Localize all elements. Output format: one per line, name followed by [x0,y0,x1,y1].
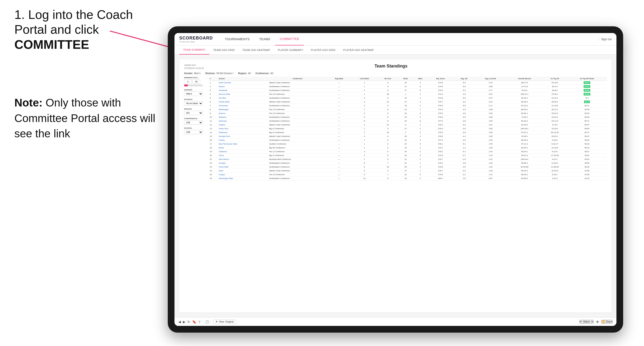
cell-avg-low: 1.85 [474,127,507,131]
cell-school[interactable]: Georgia [218,161,269,165]
sidebar-conference-select[interactable]: (All) [184,120,203,125]
cell-school[interactable]: Arkansas [218,119,269,123]
nav-tournaments[interactable]: TOURNAMENTS [220,33,254,45]
table-body: 1 North Carolina Atlantic Coast Conferen… [209,81,607,180]
min-rounds-slider[interactable] [184,84,203,86]
toolbar-share-small-btn[interactable]: ⇧ [198,320,201,324]
cell-wins: 1 [413,123,428,127]
cell-conf-rank: 4 [351,123,378,127]
cell-school[interactable]: East Tennessee State [218,142,269,146]
cell-no-tour: 7 [378,173,398,176]
toolbar-expand-btn[interactable]: ✥ [596,320,599,324]
cell-wins: 4 [413,138,428,142]
cell-vs-top25: 8-14-0 [542,150,567,154]
cell-wins: 1 [413,146,428,150]
cell-vs-top50: 42.98 [567,169,607,173]
nav-committee[interactable]: COMMITTEE [275,33,304,45]
cell-school[interactable]: California [218,150,269,154]
cell-conference: Big 12 Conference [268,131,327,135]
cell-rank: 13 [209,127,218,131]
cell-rank: 19 [209,150,218,154]
cell-school[interactable]: Illinois [218,146,269,150]
sidebar-school-select[interactable]: (All) [184,130,203,134]
subnav-player-summary[interactable]: PLAYER SUMMARY [274,45,307,55]
cell-school[interactable]: Washington [218,108,269,112]
cell-school[interactable]: Auburn [218,85,269,89]
subnav-player-h2h-heatmap[interactable]: PLAYER H2H HEATMAP [340,45,378,55]
cell-school[interactable]: Arizona State [218,92,269,96]
cell-vs-top25: 4-21-0 [542,176,567,180]
table-row: 11 Arkansas Southeastern Conference — 6 … [209,119,607,123]
cell-school[interactable]: North Carolina [218,81,269,85]
cell-vs-top25: 12-15-0 [542,146,567,150]
table-row: 2 Auburn Southeastern Conference — 1 9 2… [209,85,607,89]
cell-school[interactable]: Arizona [218,112,269,115]
cell-school[interactable]: New Mexico [218,158,269,161]
cell-conference: Pac-12 Conference [268,150,327,154]
cell-overall: 59-41-4 [507,154,542,158]
filter-division: Division: NCAA Division I [206,72,234,75]
cell-school[interactable]: Oregon [218,173,269,176]
cell-vs-top25: 17-9-0 [542,123,567,127]
toolbar-forward-btn[interactable]: ▶ [183,320,186,324]
update-time-block: Update time: 27/03/2024 16:56:26 [184,64,204,70]
subnav-team-summary[interactable]: TEAM SUMMARY [179,45,209,55]
toolbar-bookmark-btn[interactable]: 🔖 [192,320,196,324]
subnav-team-h2h-heatmap[interactable]: TEAM H2H HEATMAP [238,45,274,55]
cell-avg-low: 1.30 [474,165,507,169]
view-original-button[interactable]: 👁 View: Original [213,320,236,324]
toolbar-refresh-btn[interactable]: ↻ [188,320,190,324]
cell-school[interactable]: Duke [218,169,269,173]
cell-vs-top25: 38-6-0 [542,89,567,92]
table-row: 22 Georgia Southeastern Conference — 8 7… [209,161,607,165]
cell-conference: Southeastern Conference [268,138,327,142]
share-button[interactable]: 🔁 Share [601,320,612,324]
cell-no-tour: 8 [378,108,398,112]
cell-school[interactable]: Ole Miss [218,96,269,100]
cell-conf-rank: 3 [351,112,378,115]
sign-out-button[interactable]: Sign out [598,37,612,41]
cell-school[interactable]: Georgia Tech [218,135,269,138]
cell-vs-top50: 55.02 [567,138,607,142]
cell-school[interactable]: Virginia [218,123,269,127]
cell-school[interactable]: Florida [218,138,269,142]
cell-overall: 76-26-1 [507,135,542,138]
cell-rnds: 27 [398,127,413,131]
cell-rank: 10 [209,115,218,119]
cell-school[interactable]: Texas A&M [218,165,269,169]
cell-overall: 86-26-1 [507,112,542,115]
cell-no-tour: 8 [378,135,398,138]
cell-school[interactable]: Vanderbilt [218,89,269,92]
th-conf-rank: Conf Rank [351,77,378,81]
cell-school[interactable]: Tennessee [218,104,269,108]
cell-overall: 91-6-0 [507,89,542,92]
cell-school[interactable]: Oklahoma [218,131,269,135]
watch-button[interactable]: 👁 Watch ▼ [579,320,594,324]
cell-rnds: 26 [398,154,413,158]
cell-no-tour: 9 [378,158,398,161]
sidebar-region-select[interactable]: N/A [184,111,203,115]
cell-reg-rank: — [327,173,351,176]
toolbar-back-btn[interactable]: ◀ [178,320,181,324]
cell-rnds: 18 [398,104,413,108]
cell-school[interactable]: Florida State [218,100,269,104]
min-rounds-max-input[interactable] [192,79,200,84]
toolbar-separator-2 [211,320,212,324]
cell-school[interactable]: Texas [218,154,269,158]
cell-reg-rank: — [327,96,351,100]
subnav-team-h2h-grid[interactable]: TEAM H2H GRID [209,45,238,55]
cell-rank: 5 [209,96,218,100]
cell-rnds: 2 [398,131,413,135]
cell-school[interactable]: Texas Tech [218,127,269,131]
cell-school[interactable]: Alabama [218,115,269,119]
nav-teams[interactable]: TEAMS [254,33,275,45]
cell-school[interactable]: Mississippi State [218,176,269,180]
toolbar-clock-btn[interactable]: 🕐 [205,320,209,324]
min-rounds-min-input[interactable] [184,79,192,84]
table-row: 5 Ole Miss Southeastern Conference — 3 6… [209,96,607,100]
sidebar-division-select[interactable]: NCAA Division I [184,101,203,106]
cell-rnds: 30 [398,165,413,169]
cell-vs-top50: 68.71 [567,104,607,108]
sidebar-gender-select[interactable]: Men's [184,92,203,96]
subnav-player-h2h-grid[interactable]: PLAYER H2H GRID [307,45,340,55]
